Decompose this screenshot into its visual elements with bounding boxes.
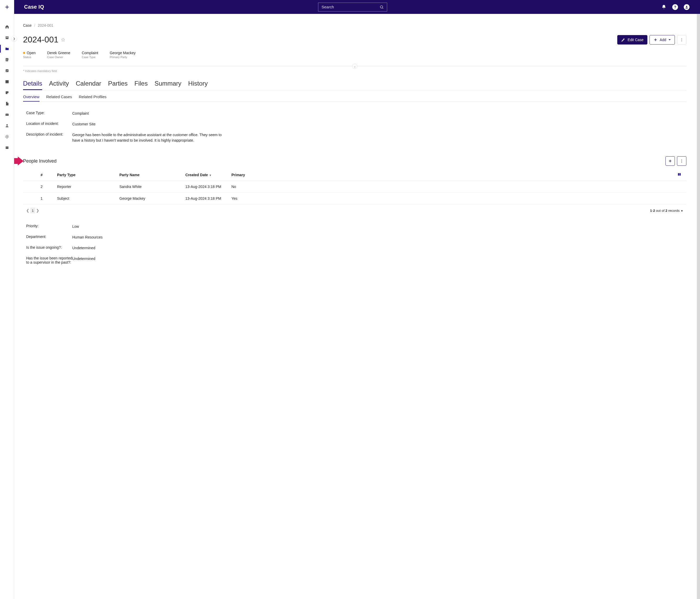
nav-settings[interactable] xyxy=(0,131,14,142)
primary-party-value: George Mackey xyxy=(110,51,135,55)
field-location-value: Customer Site xyxy=(72,122,96,127)
pager-summary[interactable]: 1-2 out of 2 records▼ xyxy=(650,209,683,213)
page-title: 2024-001 xyxy=(23,35,58,45)
nav-home[interactable] xyxy=(0,21,14,32)
nav-notes[interactable] xyxy=(0,87,14,98)
add-person-button[interactable] xyxy=(666,156,675,166)
edit-case-button[interactable]: Edit Case xyxy=(617,35,647,45)
chevron-down-icon: ▼ xyxy=(681,209,683,212)
primary-tabs: Details Activity Calendar Parties Files … xyxy=(23,80,686,90)
nav-calendar[interactable] xyxy=(0,76,14,87)
svg-rect-6 xyxy=(6,37,8,37)
casetype-value: Complaint xyxy=(82,51,98,55)
svg-rect-35 xyxy=(678,173,679,175)
tab-calendar[interactable]: Calendar xyxy=(76,80,101,90)
secondary-tabs: Overview Related Cases Related Profiles xyxy=(23,95,686,102)
svg-rect-18 xyxy=(7,93,8,94)
left-sidebar: ❯ xyxy=(0,14,14,599)
svg-rect-10 xyxy=(8,59,9,60)
tab-history[interactable]: History xyxy=(188,80,208,90)
pointer-arrow-icon xyxy=(14,156,24,166)
svg-point-34 xyxy=(681,162,682,163)
col-date[interactable]: Created Date▼ xyxy=(185,173,231,177)
sort-desc-icon: ▼ xyxy=(209,174,211,177)
field-priority-label: Priority: xyxy=(26,224,72,228)
more-actions-button[interactable] xyxy=(677,35,686,45)
collapse-toggle[interactable]: ⌄ xyxy=(352,64,357,69)
top-bar: Case IQ ? xyxy=(0,0,700,14)
add-button[interactable]: Add xyxy=(649,35,675,45)
col-name[interactable]: Party Name xyxy=(119,173,185,177)
field-ongoing-value: Undetermined xyxy=(72,245,95,251)
subtab-related-profiles[interactable]: Related Profiles xyxy=(79,95,106,102)
field-priority-value: Low xyxy=(72,224,79,229)
breadcrumb-parent[interactable]: Case xyxy=(23,23,32,27)
svg-line-3 xyxy=(382,8,383,9)
nav-tasks[interactable] xyxy=(0,65,14,76)
svg-rect-9 xyxy=(8,58,9,59)
nav-mail[interactable] xyxy=(0,109,14,120)
primary-party-label: Primary Party xyxy=(110,55,135,59)
col-primary[interactable]: Primary xyxy=(231,173,281,177)
pager-current[interactable]: 1 xyxy=(30,208,35,214)
table-row[interactable]: 1 Subject George Mackey 13-Aug-2024 3:18… xyxy=(23,193,686,204)
search-input[interactable] xyxy=(322,5,380,9)
casetype-label: Case Type xyxy=(82,55,98,59)
nav-cases[interactable] xyxy=(0,43,14,54)
status-value: Open xyxy=(27,51,35,55)
subtab-related-cases[interactable]: Related Cases xyxy=(46,95,72,102)
nav-contacts[interactable] xyxy=(0,54,14,65)
star-icon[interactable] xyxy=(61,38,65,42)
tab-details[interactable]: Details xyxy=(23,80,42,90)
svg-point-28 xyxy=(681,39,682,40)
svg-point-11 xyxy=(6,59,7,60)
field-description-value: George has been hostile to the administr… xyxy=(72,132,229,143)
svg-point-4 xyxy=(686,6,688,7)
status-dot xyxy=(23,52,25,54)
nav-library[interactable] xyxy=(0,142,14,153)
field-reported-value: Undetermined xyxy=(72,256,95,261)
column-picker[interactable] xyxy=(281,173,683,177)
bell-icon[interactable] xyxy=(661,4,667,10)
people-more-button[interactable] xyxy=(677,156,686,166)
svg-rect-8 xyxy=(6,58,8,61)
search-icon xyxy=(380,5,384,9)
breadcrumb: Case / 2024-001 xyxy=(23,23,686,27)
sidebar-expand-toggle[interactable]: ❯ xyxy=(11,36,17,41)
subtab-overview[interactable]: Overview xyxy=(23,95,40,102)
field-reported-label: Has the issue been reported to a supervi… xyxy=(26,256,72,265)
svg-rect-36 xyxy=(680,173,681,175)
col-type[interactable]: Party Type xyxy=(57,173,119,177)
tab-activity[interactable]: Activity xyxy=(49,80,69,90)
owner-value: Derek Greene xyxy=(47,51,70,55)
people-involved-title: People Involved xyxy=(23,158,56,164)
breadcrumb-current: 2024-001 xyxy=(38,23,53,27)
status-label: Status xyxy=(23,55,35,59)
mandatory-note: * Indicates mandatory field xyxy=(23,69,686,73)
nav-profile[interactable] xyxy=(0,120,14,131)
search-box[interactable] xyxy=(318,3,387,11)
field-casetype-label: Case Type: xyxy=(26,111,72,115)
tab-parties[interactable]: Parties xyxy=(108,80,128,90)
nav-files[interactable] xyxy=(0,98,14,109)
new-button[interactable] xyxy=(0,0,14,14)
tab-summary[interactable]: Summary xyxy=(154,80,181,90)
pager-prev[interactable]: ❮ xyxy=(26,208,29,213)
people-table: # Party Type Party Name Created Date▼ Pr… xyxy=(23,169,686,214)
svg-point-21 xyxy=(6,136,7,137)
content-area: Case / 2024-001 2024-001 Edit Case Add xyxy=(14,14,700,599)
svg-point-29 xyxy=(681,41,682,41)
col-num[interactable]: # xyxy=(26,173,57,177)
svg-rect-14 xyxy=(5,80,9,81)
table-row[interactable]: 2 Reporter Sandra White 13-Aug-2024 3:18… xyxy=(23,181,686,193)
svg-point-20 xyxy=(6,124,7,126)
svg-rect-12 xyxy=(6,69,9,72)
user-avatar[interactable] xyxy=(684,4,690,10)
help-icon[interactable]: ? xyxy=(672,4,678,10)
svg-point-27 xyxy=(681,38,682,39)
pager-next[interactable]: ❯ xyxy=(36,208,39,213)
owner-label: Case Owner xyxy=(47,55,70,59)
field-location-label: Location of incident: xyxy=(26,122,72,126)
tab-files[interactable]: Files xyxy=(134,80,148,90)
columns-icon xyxy=(677,173,681,176)
